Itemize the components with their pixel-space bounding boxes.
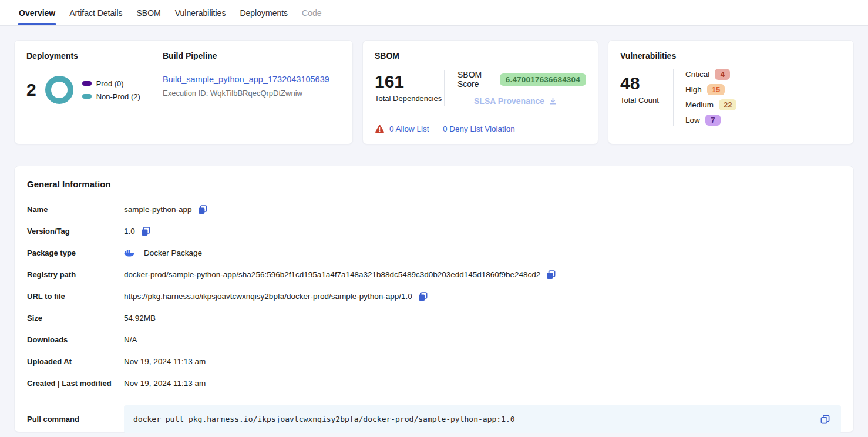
medium-count-badge: 22 (719, 99, 736, 110)
nonprod-label: Non-Prod (2) (96, 92, 140, 101)
tab-vulnerabilities[interactable]: Vulnerabilities (168, 0, 233, 25)
copy-icon (197, 204, 208, 215)
version-label: Version/Tag (27, 227, 124, 236)
pull-command-label: Pull command (27, 415, 124, 423)
registry-path-value: docker-prod/sample-python-app/sha256:596… (124, 270, 540, 279)
build-pipeline-title: Build Pipeline (163, 51, 341, 60)
high-count-badge: 15 (707, 84, 725, 95)
slsa-provenance-link[interactable]: SLSA Provenance (474, 96, 586, 106)
pull-command-box: docker pull pkg.harness.io/ikpsjoavtcwxn… (124, 405, 841, 433)
copy-icon (418, 291, 428, 302)
sbom-total: 161 (375, 73, 444, 90)
tab-sbom[interactable]: SBOM (130, 0, 168, 25)
severity-row-medium: Medium 22 (685, 99, 736, 110)
created-modified-value: Nov 19, 2024 11:13 am (124, 379, 206, 388)
deployments-section: Deployments 2 Prod (0) Non-Prod (2) (26, 51, 163, 133)
registry-path-label: Registry path (27, 270, 124, 279)
critical-label: Critical (685, 70, 709, 79)
pipeline-link[interactable]: Build_sample_python_app_1732043105639 (163, 75, 329, 84)
copy-outline-icon (820, 414, 830, 425)
row-name: Name sample-python-app (27, 203, 841, 216)
summary-cards-row: Deployments 2 Prod (0) Non-Prod (2) (14, 40, 854, 144)
row-size: Size 54.92MB (27, 312, 841, 324)
uploaded-at-label: Uploaded At (27, 357, 124, 366)
url-to-file-value: https://pkg.harness.io/ikpsjoavtcwxnqisy… (124, 292, 412, 301)
row-version: Version/Tag 1.0 (27, 225, 841, 237)
uploaded-at-value: Nov 19, 2024 11:13 am (124, 357, 206, 366)
vuln-total-label: Total Count (620, 96, 673, 105)
deployments-stats: 2 Prod (0) Non-Prod (2) (26, 76, 163, 104)
link-separator (436, 124, 437, 133)
low-count-badge: 7 (705, 115, 721, 126)
deployments-total: 2 (26, 81, 36, 99)
medium-label: Medium (685, 100, 714, 109)
vulnerabilities-card: Vulnerabilities 48 Total Count Critical … (608, 40, 854, 144)
sbom-policy-links: 0 Allow List 0 Deny List Violation (375, 124, 586, 133)
general-information-title: General Information (27, 179, 841, 189)
deployments-title: Deployments (26, 51, 163, 60)
version-value: 1.0 (124, 227, 135, 236)
package-type-value: Docker Package (144, 248, 202, 257)
copy-url-button[interactable] (418, 291, 428, 302)
severity-row-low: Low 7 (685, 115, 736, 126)
row-url-to-file: URL to file https://pkg.harness.io/ikpsj… (27, 290, 841, 302)
package-type-label: Package type (27, 248, 124, 257)
tab-code[interactable]: Code (295, 0, 328, 25)
build-pipeline-section: Build Pipeline Build_sample_python_app_1… (163, 51, 341, 133)
tab-bar: Overview Artifact Details SBOM Vulnerabi… (0, 0, 868, 26)
row-downloads: Downloads N/A (27, 334, 841, 346)
docker-icon (124, 249, 134, 257)
low-label: Low (685, 116, 700, 125)
copy-icon (140, 226, 151, 237)
downloads-label: Downloads (27, 335, 124, 344)
copy-name-button[interactable] (197, 204, 208, 215)
created-modified-label: Created | Last modified (27, 379, 124, 388)
allow-list-link[interactable]: 0 Allow List (389, 125, 429, 133)
severity-list: Critical 4 High 15 Medium 22 Low 7 (674, 69, 736, 126)
sbom-score-label: SBOM Score (457, 70, 494, 89)
row-pull-command: Pull command docker pull pkg.harness.io/… (27, 413, 841, 425)
copy-icon (546, 270, 556, 280)
deployments-card: Deployments 2 Prod (0) Non-Prod (2) (14, 40, 353, 144)
sbom-score-badge: 6.470017636684304 (500, 73, 586, 86)
sbom-card: SBOM 161 Total Dependencies SBOM Score 6… (362, 40, 598, 144)
name-label: Name (27, 205, 124, 214)
size-label: Size (27, 314, 124, 322)
tab-artifact-details[interactable]: Artifact Details (62, 0, 129, 25)
severity-row-critical: Critical 4 (685, 69, 736, 80)
row-package-type: Package type Docker Package (27, 247, 841, 259)
tab-deployments[interactable]: Deployments (233, 0, 295, 25)
row-uploaded-at: Uploaded At Nov 19, 2024 11:13 am (27, 355, 841, 368)
copy-registry-path-button[interactable] (546, 270, 556, 280)
vuln-total-block: 48 Total Count (620, 69, 673, 126)
deployments-donut-chart (45, 76, 73, 104)
downloads-value: N/A (124, 335, 137, 344)
prod-label: Prod (0) (96, 79, 124, 88)
tab-overview[interactable]: Overview (12, 0, 62, 25)
slsa-provenance-label: SLSA Provenance (474, 96, 544, 106)
name-value: sample-python-app (124, 205, 192, 214)
sbom-total-block: 161 Total Dependencies (375, 73, 444, 103)
size-value: 54.92MB (124, 314, 156, 322)
legend-item-prod: Prod (0) (82, 79, 140, 88)
url-to-file-label: URL to file (27, 292, 124, 301)
nonprod-color-chip (82, 94, 92, 99)
severity-row-high: High 15 (685, 84, 736, 95)
high-label: High (685, 85, 702, 94)
warning-triangle-icon (375, 125, 385, 133)
vulnerabilities-stats-row: 48 Total Count Critical 4 High 15 Medium (620, 69, 842, 126)
sbom-title: SBOM (375, 51, 586, 60)
sbom-total-label: Total Dependencies (375, 94, 444, 103)
copy-pull-command-button[interactable] (820, 414, 830, 425)
sbom-stats-row: 161 Total Dependencies SBOM Score 6.4700… (375, 70, 586, 106)
prod-color-chip (82, 81, 92, 86)
vuln-total: 48 (620, 75, 673, 92)
deny-list-link[interactable]: 0 Deny List Violation (443, 125, 515, 133)
download-icon (549, 97, 557, 106)
sbom-score-block: SBOM Score 6.470017636684304 SLSA Proven… (445, 70, 586, 106)
execution-id: Execution ID: WqkTilbBRqecQrpDtZwniw (163, 89, 341, 98)
sbom-score-row: SBOM Score 6.470017636684304 (457, 70, 586, 89)
copy-version-button[interactable] (140, 226, 151, 237)
overview-page: Deployments 2 Prod (0) Non-Prod (2) (0, 26, 868, 437)
deployments-legend: Prod (0) Non-Prod (2) (82, 79, 140, 101)
